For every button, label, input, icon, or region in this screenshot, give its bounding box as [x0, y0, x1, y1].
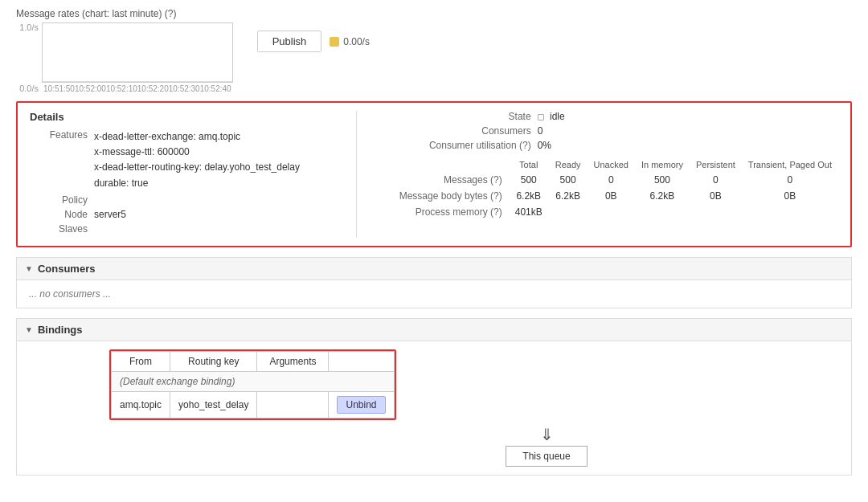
node-row: Node server5	[30, 209, 320, 220]
features-value: x-dead-letter-exchange: amq.topic x-mess…	[94, 129, 300, 191]
bindings-arrow: ▼	[25, 325, 33, 334]
bytes-inmem: 6.2kB	[635, 188, 690, 204]
chart-inner: 10:51:50 10:52:00 10:52:10 10:52:20 10:5…	[42, 22, 233, 93]
idle-dot	[538, 114, 544, 120]
messages-row-label: Messages (?)	[393, 172, 509, 188]
state-row: State idle	[393, 111, 838, 122]
bytes-total: 6.2kB	[509, 188, 549, 204]
slaves-label: Slaves	[30, 223, 94, 235]
bindings-col-action	[329, 351, 394, 371]
bytes-persistent: 0B	[690, 188, 742, 204]
col-inmem: In memory	[635, 157, 690, 172]
bindings-section: ▼ Bindings From Routing key Arguments	[16, 318, 852, 475]
messages-header-row: Total Ready Unacked In memory Persistent…	[393, 157, 838, 172]
chart-x-label-0: 10:51:50	[43, 84, 75, 93]
features-label: Features	[30, 129, 94, 141]
col-total: Total	[509, 157, 549, 172]
rate-indicator: 0.00/s	[330, 36, 370, 47]
msg-inmem: 500	[635, 172, 690, 188]
feature-1: x-message-ttl: 600000	[94, 145, 300, 160]
proc-mem-label: Process memory (?)	[393, 204, 509, 220]
details-title: Details	[30, 111, 320, 123]
binding-routing-key: yoho_test_delay	[170, 391, 257, 418]
detail-divider	[356, 111, 357, 238]
details-right: State idle Consumers 0 Consumer utilisat…	[393, 111, 838, 238]
messages-table: Total Ready Unacked In memory Persistent…	[393, 157, 838, 220]
body-bytes-label: Message body bytes (?)	[393, 188, 509, 204]
slaves-row: Slaves	[30, 223, 320, 235]
down-arrow-icon: ⇓	[540, 426, 554, 443]
binding-from: amq.topic	[112, 391, 170, 418]
chart-box	[42, 22, 233, 83]
bindings-col-args: Arguments	[257, 351, 329, 371]
publish-button[interactable]: Publish	[257, 31, 322, 52]
feature-0: x-dead-letter-exchange: amq.topic	[94, 129, 300, 145]
bindings-col-from: From	[112, 351, 170, 371]
consumers-section-title: Consumers	[38, 263, 96, 275]
consumers-label: Consumers	[393, 125, 538, 137]
proc-mem-total: 401kB	[509, 204, 549, 220]
details-section: Details Features x-dead-letter-exchange:…	[16, 101, 852, 247]
consumers-arrow: ▼	[25, 264, 33, 273]
chart-x-label-3: 10:52:20	[137, 84, 169, 93]
msg-unacked: 0	[588, 172, 635, 188]
bytes-transient: 0B	[742, 188, 838, 204]
this-queue-box: This queue	[506, 446, 587, 467]
unbind-button[interactable]: Unbind	[337, 396, 385, 414]
chart-x-labels: 10:51:50 10:52:00 10:52:10 10:52:20 10:5…	[42, 84, 233, 93]
chart-y-bottom: 0.0/s	[16, 84, 39, 93]
msg-ready: 500	[549, 172, 588, 188]
bindings-table: From Routing key Arguments (Default exch…	[111, 351, 395, 418]
node-label: Node	[30, 209, 94, 220]
chart-x-label-2: 10:52:10	[106, 84, 137, 93]
consumers-value: 0	[538, 125, 543, 137]
consumers-row: Consumers 0	[393, 125, 838, 137]
consumer-util-row: Consumer utilisation (?) 0%	[393, 140, 838, 151]
state-label: State	[393, 111, 538, 122]
consumer-util-value: 0%	[538, 140, 551, 151]
binding-arguments	[257, 391, 329, 418]
bytes-unacked: 0B	[588, 188, 635, 204]
default-binding-text: (Default exchange binding)	[112, 371, 395, 391]
state-value: idle	[538, 111, 565, 122]
msg-total: 500	[509, 172, 549, 188]
arrow-container: ⇓ This queue	[254, 426, 839, 467]
feature-3: durable: true	[94, 176, 300, 191]
rate-dot	[330, 37, 339, 47]
bindings-col-routing: Routing key	[170, 351, 257, 371]
col-persistent: Persistent	[690, 157, 742, 172]
msg-transient: 0	[742, 172, 838, 188]
default-binding-row: (Default exchange binding)	[112, 371, 395, 391]
col-ready: Ready	[549, 157, 588, 172]
chart-section: Message rates (chart: last minute) (?) 1…	[16, 8, 852, 93]
bindings-section-content: From Routing key Arguments (Default exch…	[16, 341, 852, 475]
consumers-section-content: ... no consumers ...	[16, 280, 852, 308]
chart-x-label-1: 10:52:00	[75, 84, 106, 93]
chart-container: 1.0/s 0.0/s 10:51:50 10:52:00 10:52:10 1…	[16, 22, 233, 93]
node-value: server5	[94, 209, 126, 220]
bindings-header-row: From Routing key Arguments	[112, 351, 395, 371]
bindings-section-header[interactable]: ▼ Bindings	[16, 318, 852, 341]
consumers-section-header[interactable]: ▼ Consumers	[16, 257, 852, 280]
chart-x-label-5: 10:52:40	[200, 84, 231, 93]
msg-persistent: 0	[690, 172, 742, 188]
col-transient: Transient, Paged Out	[742, 157, 838, 172]
chart-title: Message rates (chart: last minute) (?)	[16, 8, 852, 19]
policy-row: Policy	[30, 194, 320, 206]
this-queue-label: This queue	[522, 451, 570, 462]
unbind-cell: Unbind	[329, 391, 394, 418]
chart-y-labels: 1.0/s 0.0/s	[16, 22, 42, 93]
rate-value: 0.00/s	[343, 36, 370, 47]
binding-row: amq.topic yoho_test_delay Unbind	[112, 391, 395, 418]
messages-row: Messages (?) 500 500 0 500 0 0	[393, 172, 838, 188]
bindings-section-title: Bindings	[38, 324, 83, 336]
chart-y-top: 1.0/s	[16, 22, 39, 32]
bindings-table-wrapper: From Routing key Arguments (Default exch…	[109, 349, 396, 420]
consumer-util-label: Consumer utilisation (?)	[393, 140, 538, 151]
body-bytes-row: Message body bytes (?) 6.2kB 6.2kB 0B 6.…	[393, 188, 838, 204]
policy-label: Policy	[30, 194, 94, 206]
col-unacked: Unacked	[588, 157, 635, 172]
bytes-ready: 6.2kB	[549, 188, 588, 204]
features-row: Features x-dead-letter-exchange: amq.top…	[30, 129, 320, 191]
consumers-section: ▼ Consumers ... no consumers ...	[16, 257, 852, 308]
